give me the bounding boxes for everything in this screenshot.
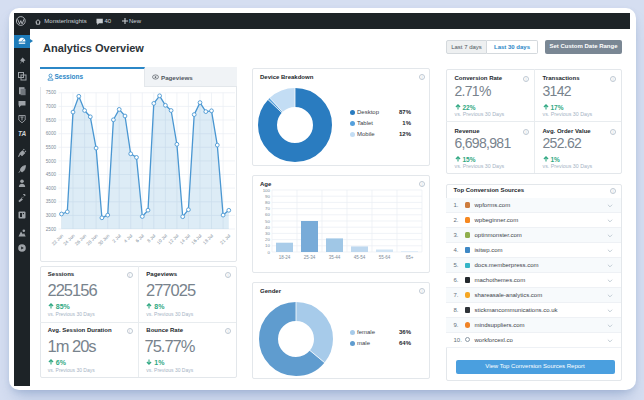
svg-text:16 Jul: 16 Jul bbox=[190, 233, 202, 245]
svg-text:50: 50 bbox=[265, 219, 270, 224]
svg-text:18-24: 18-24 bbox=[279, 255, 291, 260]
svg-text:80: 80 bbox=[265, 200, 270, 205]
svg-text:4000: 4000 bbox=[45, 186, 56, 191]
svg-text:0: 0 bbox=[268, 250, 271, 255]
svg-text:90: 90 bbox=[265, 194, 270, 199]
svg-text:7500: 7500 bbox=[45, 90, 56, 95]
svg-text:20: 20 bbox=[265, 237, 270, 242]
svg-text:12 Jul: 12 Jul bbox=[167, 233, 179, 245]
svg-text:3000: 3000 bbox=[45, 213, 56, 218]
svg-text:26 Jun: 26 Jun bbox=[74, 233, 88, 247]
svg-text:10: 10 bbox=[265, 243, 270, 248]
svg-text:6000: 6000 bbox=[45, 131, 56, 136]
svg-text:60: 60 bbox=[265, 212, 270, 217]
svg-text:4 Jul: 4 Jul bbox=[122, 233, 132, 243]
svg-text:6500: 6500 bbox=[45, 118, 56, 123]
svg-text:28 Jun: 28 Jun bbox=[85, 233, 99, 247]
svg-text:14 Jul: 14 Jul bbox=[178, 233, 190, 245]
svg-text:10 Jul: 10 Jul bbox=[155, 233, 167, 245]
svg-text:5500: 5500 bbox=[45, 145, 56, 150]
svg-text:25-34: 25-34 bbox=[304, 255, 316, 260]
svg-text:21 Jul: 21 Jul bbox=[219, 233, 231, 245]
svg-text:40: 40 bbox=[265, 225, 270, 230]
svg-text:7000: 7000 bbox=[45, 104, 56, 109]
svg-text:45-54: 45-54 bbox=[354, 255, 366, 260]
svg-text:30: 30 bbox=[265, 231, 270, 236]
svg-text:65+: 65+ bbox=[406, 255, 414, 260]
svg-text:24 Jun: 24 Jun bbox=[62, 233, 76, 247]
svg-text:2500: 2500 bbox=[45, 227, 56, 232]
svg-text:55-64: 55-64 bbox=[379, 255, 391, 260]
svg-text:3500: 3500 bbox=[45, 199, 56, 204]
svg-text:5000: 5000 bbox=[45, 159, 56, 164]
svg-text:30 Jun: 30 Jun bbox=[97, 233, 111, 247]
svg-text:100: 100 bbox=[263, 188, 271, 193]
svg-text:35-44: 35-44 bbox=[329, 255, 341, 260]
svg-text:2 Jul: 2 Jul bbox=[111, 233, 121, 243]
svg-text:18 Jul: 18 Jul bbox=[201, 233, 213, 245]
svg-text:4500: 4500 bbox=[45, 172, 56, 177]
svg-text:6 Jul: 6 Jul bbox=[134, 233, 144, 243]
svg-text:70: 70 bbox=[265, 206, 270, 211]
svg-text:22 Jun: 22 Jun bbox=[50, 233, 64, 247]
